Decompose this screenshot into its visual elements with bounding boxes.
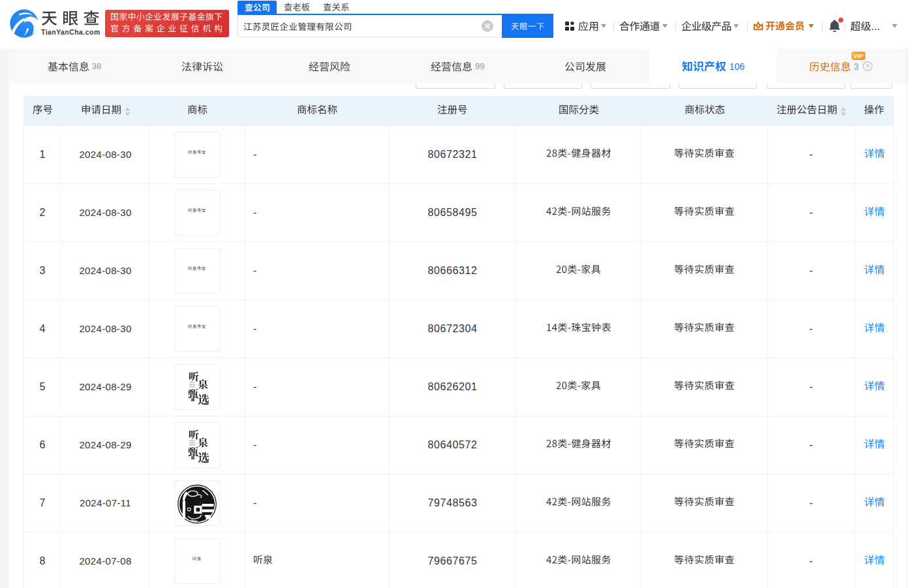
svg-text:?: ?	[866, 63, 869, 70]
